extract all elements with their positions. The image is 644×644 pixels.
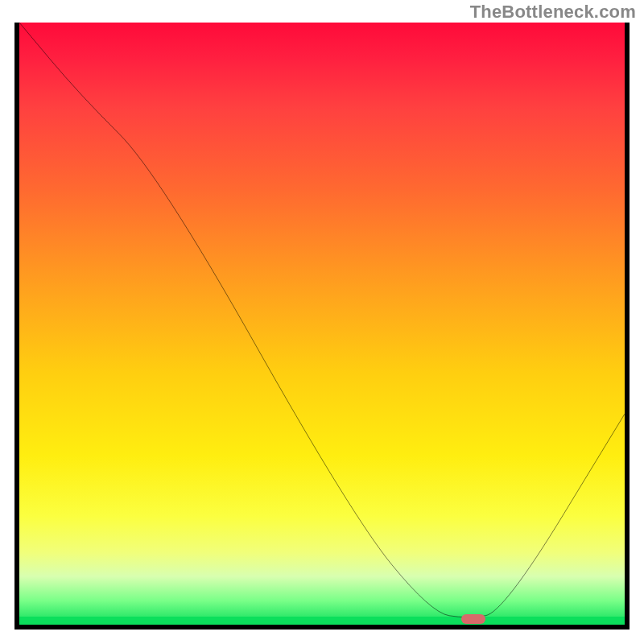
bottleneck-curve <box>19 23 625 625</box>
plot-area <box>14 23 630 630</box>
watermark-text: TheBottleneck.com <box>470 2 636 23</box>
optimum-marker <box>461 614 485 624</box>
chart-frame: TheBottleneck.com <box>0 0 644 644</box>
